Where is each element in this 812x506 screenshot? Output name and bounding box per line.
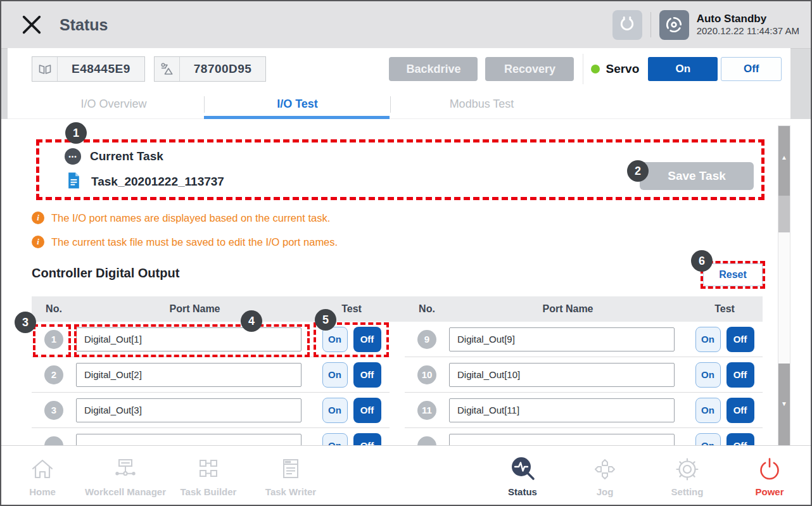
status-screen: Status <box>0 0 812 506</box>
port-name-input[interactable] <box>76 398 301 422</box>
test-off-button[interactable]: Off <box>353 398 381 423</box>
task-writer-icon <box>276 453 306 484</box>
sub-header-band: E48445E9 78700D95 Backdrive Recovery <box>1 48 811 119</box>
ellipsis-icon <box>65 148 81 165</box>
annotation-circle-2: 2 <box>627 160 649 182</box>
id-row: E48445E9 78700D95 Backdrive Recovery <box>8 48 790 90</box>
port-name-input[interactable] <box>449 327 675 351</box>
robot-mode-block: Auto Standby 2020.12.22 11:44:37 AM <box>697 12 799 37</box>
table-row: 1 On Off <box>32 322 390 357</box>
current-task-name: Task_20201222_113737 <box>91 175 224 189</box>
scrollbar <box>778 125 790 445</box>
test-on-button[interactable]: On <box>695 398 721 423</box>
task-file-icon <box>65 171 82 193</box>
test-on-button[interactable]: On <box>322 398 348 423</box>
row-port-cell <box>449 434 687 446</box>
tab-bar: I/O Overview I/O Test Modbus Test <box>8 90 790 119</box>
annotation-circle-1: 1 <box>65 122 87 144</box>
table-row: 10 On Off <box>405 357 763 393</box>
servo-off-button[interactable]: Off <box>721 57 782 81</box>
scrollbar-track[interactable] <box>778 232 790 364</box>
scrollbar-thumb[interactable] <box>778 196 790 232</box>
task-builder-icon <box>193 453 224 484</box>
section-title: Controller Digital Output <box>32 266 179 281</box>
test-off-button[interactable]: Off <box>353 433 381 446</box>
gripper-icon <box>617 15 637 35</box>
table-header: No. Port Name Test No. Port Name Test <box>32 296 763 322</box>
row-port-cell <box>449 398 687 422</box>
digital-output-table: No. Port Name Test No. Port Name Test 1 … <box>32 296 763 445</box>
nav-status[interactable]: Status <box>481 446 564 505</box>
recovery-button[interactable]: Recovery <box>485 57 574 81</box>
header-port-name: Port Name <box>449 303 687 315</box>
header-right-cluster: Auto Standby 2020.12.22 11:44:37 AM <box>612 1 799 48</box>
test-off-button[interactable]: Off <box>353 362 381 388</box>
nav-task-builder[interactable]: Task Builder <box>167 446 250 505</box>
robot-mode-button[interactable] <box>659 10 689 40</box>
row-test-cell: On Off <box>314 398 390 423</box>
scroll-down-button[interactable] <box>778 364 790 445</box>
test-on-button[interactable]: On <box>322 433 348 446</box>
test-on-button[interactable]: On <box>695 433 721 446</box>
scroll-up-button[interactable] <box>778 126 790 196</box>
nav-power[interactable]: Power <box>728 446 811 505</box>
home-icon <box>27 453 58 484</box>
port-name-input[interactable] <box>76 434 301 446</box>
tab-io-test[interactable]: I/O Test <box>205 90 390 118</box>
servo-label: Servo <box>606 62 639 76</box>
annotation-circle-6: 6 <box>691 250 713 272</box>
nav-workcell-manager[interactable]: Workcell Manager <box>84 446 167 505</box>
save-task-button[interactable]: Save Task <box>640 162 754 190</box>
test-off-button[interactable]: Off <box>726 362 754 388</box>
close-icon[interactable] <box>18 11 46 39</box>
row-test-cell: On Off <box>314 362 390 388</box>
header-divider <box>650 12 651 37</box>
annotation-circle-5: 5 <box>315 309 336 331</box>
row-number-cell: 3 <box>32 401 76 420</box>
row-number-badge: 3 <box>44 401 63 420</box>
header-test: Test <box>687 303 763 315</box>
nav-jog[interactable]: Jog <box>564 446 646 505</box>
row-port-cell <box>449 327 687 351</box>
notice-row: The I/O port names are displayed based o… <box>32 212 330 224</box>
row-number-cell <box>405 436 449 446</box>
nav-home[interactable]: Home <box>1 446 84 505</box>
reset-button[interactable]: Reset <box>703 263 763 286</box>
nav-task-writer[interactable]: Task Writer <box>250 446 332 505</box>
status-icon <box>507 453 538 484</box>
io-test-content: Current Task Task_20201222_113737 Save T… <box>1 119 811 445</box>
port-name-input[interactable] <box>449 434 675 446</box>
table-row: On Off <box>32 428 390 445</box>
tab-modbus-test[interactable]: Modbus Test <box>391 90 573 118</box>
servo-on-button[interactable]: On <box>648 57 718 81</box>
port-name-input[interactable] <box>76 327 301 351</box>
top-header: Status <box>1 1 811 48</box>
power-icon <box>754 453 785 484</box>
jog-icon <box>590 453 620 484</box>
backdrive-button[interactable]: Backdrive <box>389 57 478 81</box>
test-off-button[interactable]: Off <box>726 433 754 446</box>
auto-mode-swirl-icon <box>663 14 685 35</box>
port-name-input[interactable] <box>449 398 675 422</box>
port-name-input[interactable] <box>449 363 675 387</box>
test-on-button[interactable]: On <box>695 362 721 388</box>
row-number-badge <box>44 436 63 446</box>
info-icon <box>32 236 44 248</box>
row-test-cell: On Off <box>687 327 763 352</box>
test-off-button[interactable]: Off <box>726 398 754 423</box>
test-off-button[interactable]: Off <box>726 327 754 352</box>
row-port-cell <box>76 363 314 387</box>
row-number-cell: 1 <box>32 330 76 349</box>
test-off-button[interactable]: Off <box>353 327 381 352</box>
controller-id-badge: E48445E9 <box>32 56 145 82</box>
gripper-button[interactable] <box>612 10 642 40</box>
row-test-cell: On Off <box>687 433 763 446</box>
row-number-badge: 1 <box>44 330 63 349</box>
test-on-button[interactable]: On <box>695 327 721 352</box>
info-icon <box>32 212 44 224</box>
nav-setting[interactable]: Setting <box>646 446 728 505</box>
tab-io-overview[interactable]: I/O Overview <box>23 90 204 118</box>
port-name-input[interactable] <box>76 363 301 387</box>
table-row: 11 On Off <box>405 393 763 428</box>
test-on-button[interactable]: On <box>322 362 348 388</box>
